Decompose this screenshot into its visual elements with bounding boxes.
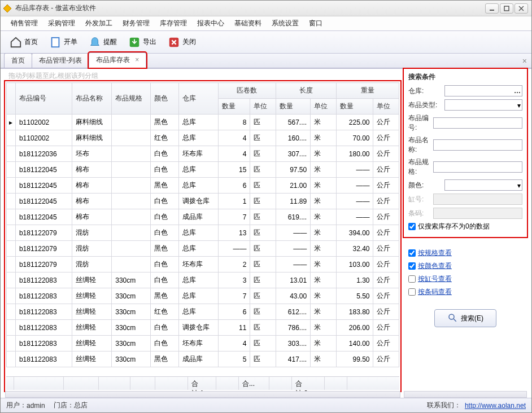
app-icon xyxy=(3,4,12,13)
col-len-group[interactable]: 长度 xyxy=(276,83,336,99)
table-row[interactable]: b181122079混纺黑色总库——匹——米32.40公斤 xyxy=(7,241,399,257)
search-panel: 搜索条件 仓库:… 布品类型:▾ 布品编号: 布品名称: 布品规格: 颜色:▾ … xyxy=(404,69,527,237)
menu-reports[interactable]: 报表中心 xyxy=(193,17,229,30)
col-color[interactable]: 颜色 xyxy=(151,83,179,115)
toolbar-home[interactable]: 首页 xyxy=(5,34,42,51)
table-row[interactable]: b181122045棉布白色调拨仓库1匹11.89米——公斤 xyxy=(7,194,399,209)
table-row[interactable]: ▸b1102002麻料细线黑色总库8匹567....米225.00公斤 xyxy=(7,115,399,130)
checkbox-by-barcode[interactable] xyxy=(408,288,416,296)
label-name: 布品名称: xyxy=(408,135,433,155)
col-len-unit[interactable]: 单位 xyxy=(311,99,336,115)
bell-icon xyxy=(89,36,101,49)
status-user: admin xyxy=(27,402,45,410)
tab-inventory-report[interactable]: 布品库存表 × xyxy=(89,52,146,68)
grid-wrap: 布品编号 布品名称 布品规格 颜色 仓库 匹卷数 长度 重量 数量 单位 xyxy=(5,81,400,391)
link-by-spec[interactable]: 按规格查看 xyxy=(418,248,452,258)
search-title: 搜索条件 xyxy=(408,72,522,82)
status-url-link[interactable]: http://www.aolan.net xyxy=(465,402,526,410)
table-row[interactable]: b181122079混纺白色坯布库2匹——米103.00公斤 xyxy=(7,257,399,273)
table-row[interactable]: b181122083丝绸轻330cm白色调拨仓库11匹786....米206.0… xyxy=(7,320,399,336)
label-code: 布品编号: xyxy=(408,113,433,133)
grid-h-scrollbar[interactable] xyxy=(5,391,400,398)
col-spec[interactable]: 布品规格 xyxy=(112,83,151,115)
menu-outsourcing[interactable]: 外发加工 xyxy=(81,17,117,30)
table-row[interactable]: b181122083丝绸轻330cm红色总库6匹612....米183.80公斤 xyxy=(7,304,399,320)
toolbar-close[interactable]: 关闭 xyxy=(163,34,200,51)
table-row[interactable]: b1102002麻料细线红色总库4匹160....米70.00公斤 xyxy=(7,130,399,146)
table-row[interactable]: b181122083丝绸轻330cm黑色成品库5匹417....米99.50公斤 xyxy=(7,352,399,367)
col-name[interactable]: 布品名称 xyxy=(72,83,111,115)
checkbox-nonzero[interactable] xyxy=(408,223,416,230)
table-row[interactable]: b181122083丝绸轻330cm黑色总库7匹43.00米5.50公斤 xyxy=(7,288,399,304)
checkbox-by-spec[interactable] xyxy=(408,249,416,257)
toolbar-remind[interactable]: 提醒 xyxy=(84,34,121,51)
toolbar-remind-label: 提醒 xyxy=(103,37,117,47)
chevron-down-icon[interactable]: ▾ xyxy=(517,102,521,109)
menu-basedata[interactable]: 基础资料 xyxy=(230,17,266,30)
right-h-scrollbar[interactable] xyxy=(404,391,527,398)
col-code[interactable]: 布品编号 xyxy=(15,83,72,115)
col-marker[interactable] xyxy=(7,83,16,115)
table-row[interactable]: b181122083丝绸轻330cm白色坯布库4匹303....米140.00公… xyxy=(7,336,399,352)
inventory-table: 布品编号 布品名称 布品规格 颜色 仓库 匹卷数 长度 重量 数量 单位 xyxy=(6,82,399,367)
col-roll-group[interactable]: 匹卷数 xyxy=(218,83,276,99)
label-nonzero: 仅搜索库存不为0的数据 xyxy=(418,222,490,231)
maximize-button[interactable] xyxy=(500,3,513,14)
search-button[interactable]: 搜索(E) xyxy=(434,309,496,327)
table-row[interactable]: b181122083丝绸轻330cm白色总库3匹13.01米1.30公斤 xyxy=(7,273,399,288)
input-name[interactable] xyxy=(433,139,522,151)
tab-fabric-list-label: 布品管理-列表 xyxy=(39,56,82,64)
link-by-color[interactable]: 按颜色查看 xyxy=(418,261,452,271)
status-contact-label: 联系我们： xyxy=(427,401,461,410)
input-type[interactable]: ▾ xyxy=(444,99,522,111)
input-code[interactable] xyxy=(433,117,522,129)
window-title: 布品库存表 - 傲蓝布业软件 xyxy=(15,3,485,13)
search-icon xyxy=(447,313,457,324)
tab-home[interactable]: 首页 xyxy=(4,53,32,68)
tab-close-icon[interactable]: × xyxy=(135,56,139,64)
input-spec[interactable] xyxy=(433,161,522,173)
col-wt-group[interactable]: 重量 xyxy=(336,83,399,99)
col-len-qty[interactable]: 数量 xyxy=(276,99,310,115)
input-wh[interactable]: … xyxy=(444,85,522,96)
input-color[interactable]: ▾ xyxy=(444,179,522,191)
content-area: 拖动列标题至此,根据该列分组 布品编号 布品名称 布品规格 颜色 仓库 匹卷数 … xyxy=(1,68,531,398)
label-wh: 仓库: xyxy=(408,86,444,96)
ellipsis-icon[interactable]: … xyxy=(514,87,521,95)
chevron-down-icon[interactable]: ▾ xyxy=(517,182,521,190)
svg-line-9 xyxy=(453,319,456,322)
col-roll-qty[interactable]: 数量 xyxy=(218,99,250,115)
menu-purchase[interactable]: 采购管理 xyxy=(43,17,80,30)
menu-settings[interactable]: 系统设置 xyxy=(267,17,303,30)
grid-scroll[interactable]: 布品编号 布品名称 布品规格 颜色 仓库 匹卷数 长度 重量 数量 单位 xyxy=(6,82,399,376)
minimize-button[interactable] xyxy=(485,3,499,14)
tabstrip-close-icon[interactable]: × xyxy=(522,56,527,65)
checkbox-by-color[interactable] xyxy=(408,262,416,270)
tab-fabric-list[interactable]: 布品管理-列表 xyxy=(32,53,89,68)
document-icon xyxy=(49,36,62,49)
col-roll-unit[interactable]: 单位 xyxy=(250,99,276,115)
label-type: 布品类型: xyxy=(408,100,444,110)
toolbar-open[interactable]: 开单 xyxy=(45,34,82,51)
table-row[interactable]: b181122045棉布黑色总库6匹21.00米——公斤 xyxy=(7,178,399,194)
table-row[interactable]: b181122045棉布白色成品库7匹619....米——公斤 xyxy=(7,209,399,225)
menu-sales[interactable]: 销售管理 xyxy=(6,17,42,30)
col-wt-qty[interactable]: 数量 xyxy=(336,99,373,115)
link-by-barcode[interactable]: 按条码查看 xyxy=(418,287,452,297)
view-options: 按规格查看 按颜色查看 按缸号查看 按条码查看 xyxy=(404,248,527,297)
col-wh[interactable]: 仓库 xyxy=(179,83,218,115)
title-bar: 布品库存表 - 傲蓝布业软件 xyxy=(1,1,531,16)
tab-home-label: 首页 xyxy=(11,56,25,64)
menu-finance[interactable]: 财务管理 xyxy=(118,17,154,30)
toolbar-export[interactable]: 导出 xyxy=(124,34,161,51)
table-row[interactable]: b181122079混纺白色总库13匹——米394.00公斤 xyxy=(7,225,399,241)
table-row[interactable]: b181122036坯布白色坯布库4匹307....米180.00公斤 xyxy=(7,146,399,162)
link-by-vat[interactable]: 按缸号查看 xyxy=(418,274,452,284)
menu-inventory[interactable]: 库存管理 xyxy=(155,17,191,30)
col-wt-unit[interactable]: 单位 xyxy=(373,99,399,115)
checkbox-by-vat[interactable] xyxy=(408,275,416,283)
menu-window[interactable]: 窗口 xyxy=(304,17,327,30)
svg-rect-5 xyxy=(52,37,59,47)
close-button[interactable] xyxy=(514,3,528,14)
table-row[interactable]: b181122045棉布白色总库15匹97.50米——公斤 xyxy=(7,162,399,178)
